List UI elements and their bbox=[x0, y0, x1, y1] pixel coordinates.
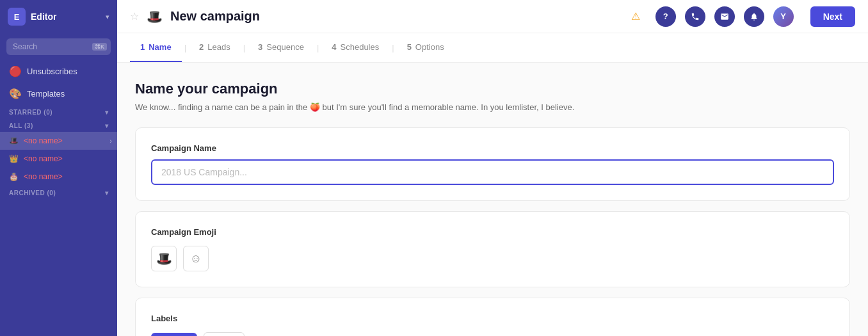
tab-schedules[interactable]: 4 Schedules bbox=[321, 33, 389, 62]
search-wrap: ⌘K bbox=[6, 38, 111, 55]
subtitle-text: We know... finding a name can be a pain … bbox=[135, 102, 310, 112]
unsubscribes-icon: 🔴 bbox=[9, 65, 22, 77]
chevron-down-icon: ▾ bbox=[105, 122, 109, 129]
create-button[interactable]: Create bbox=[151, 333, 197, 336]
campaign-name-1: <no name> bbox=[24, 136, 63, 145]
tab-label-schedules: Schedules bbox=[341, 42, 380, 52]
emoji-picker-button[interactable]: ☺ bbox=[183, 246, 209, 271]
smiley-icon: ☺ bbox=[190, 252, 202, 266]
campaign-emoji-3: 🎂 bbox=[9, 172, 19, 181]
tab-sequence[interactable]: 3 Sequence bbox=[248, 33, 314, 62]
tab-step-2: 2 bbox=[199, 42, 204, 52]
campaign-name-label: Campaign Name bbox=[151, 143, 834, 153]
bell-icon[interactable] bbox=[744, 6, 764, 27]
sidebar: E Editor ▾ ⌘K 🔴 Unsubscribes 🎨 Templates… bbox=[0, 0, 117, 336]
emoji-display[interactable]: 🎩 bbox=[151, 246, 177, 271]
campaign-name-card: Campaign Name bbox=[135, 127, 850, 201]
star-icon[interactable]: ☆ bbox=[130, 10, 139, 22]
main-content: ☆ 🎩 New campaign ⚠ ? Y Next 1 Name | bbox=[117, 0, 868, 336]
chevron-right-icon: › bbox=[109, 137, 112, 145]
section-starred[interactable]: STARRED (0) ▾ bbox=[0, 105, 117, 118]
page-title: Name your campaign bbox=[135, 81, 850, 97]
emoji-controls: 🎩 ☺ bbox=[151, 246, 834, 271]
sidebar-header: E Editor ▾ bbox=[0, 0, 117, 33]
tab-label-leads: Leads bbox=[207, 42, 230, 52]
campaign-emoji-display: 🎩 bbox=[147, 9, 163, 24]
tab-sep-2: | bbox=[243, 43, 245, 52]
tab-label-options: Options bbox=[415, 42, 444, 52]
tab-label-sequence: Sequence bbox=[266, 42, 304, 52]
section-all[interactable]: ALL (3) ▾ bbox=[0, 118, 117, 132]
next-button[interactable]: Next bbox=[810, 6, 855, 27]
chevron-down-icon: ▾ bbox=[105, 189, 109, 196]
tab-name[interactable]: 1 Name bbox=[130, 33, 182, 62]
campaign-item-3[interactable]: 🎂 <no name> bbox=[0, 168, 117, 186]
tab-options[interactable]: 5 Options bbox=[397, 33, 454, 62]
tab-leads[interactable]: 2 Leads bbox=[189, 33, 241, 62]
campaign-emoji-1: 🎩 bbox=[9, 136, 19, 145]
help-icon[interactable]: ? bbox=[655, 6, 676, 27]
add-button[interactable]: Add ▾ bbox=[204, 332, 244, 336]
labels-label: Labels bbox=[151, 314, 834, 323]
tab-sep-4: | bbox=[392, 43, 394, 52]
campaign-emoji-2: 👑 bbox=[9, 154, 19, 163]
tabs-bar: 1 Name | 2 Leads | 3 Sequence | 4 Schedu… bbox=[117, 33, 868, 63]
phone-icon[interactable] bbox=[685, 6, 705, 27]
logo-icon: E bbox=[8, 8, 26, 26]
labels-card: Labels Create Add ▾ bbox=[135, 298, 850, 336]
tab-step-3: 3 bbox=[258, 42, 262, 52]
sidebar-item-templates[interactable]: 🎨 Templates bbox=[0, 83, 117, 105]
sidebar-item-unsubscribes[interactable]: 🔴 Unsubscribes bbox=[0, 60, 117, 83]
content-area: Name your campaign We know... finding a … bbox=[117, 63, 868, 336]
avatar-initial: Y bbox=[780, 12, 786, 21]
tab-sep-3: | bbox=[317, 43, 319, 52]
content-subtitle: We know... finding a name can be a pain … bbox=[135, 102, 850, 112]
search-kbd: ⌘K bbox=[92, 43, 107, 51]
campaign-title: New campaign bbox=[170, 9, 260, 24]
campaign-item-1[interactable]: 🎩 <no name> › bbox=[0, 132, 117, 150]
chevron-down-icon: ▾ bbox=[105, 109, 109, 116]
sidebar-item-label: Templates bbox=[27, 89, 65, 99]
topbar-icons: ? Y bbox=[655, 6, 794, 27]
avatar[interactable]: Y bbox=[773, 6, 794, 27]
editor-label: Editor bbox=[31, 12, 56, 22]
campaign-emoji-card: Campaign Emoji 🎩 ☺ bbox=[135, 211, 850, 287]
labels-controls: Create Add ▾ bbox=[151, 332, 834, 336]
mail-icon[interactable] bbox=[714, 6, 735, 27]
subtitle-suffix: but I'm sure you'll find a memorable nam… bbox=[323, 102, 575, 112]
campaign-item-2[interactable]: 👑 <no name> bbox=[0, 150, 117, 168]
tab-step-5: 5 bbox=[407, 42, 412, 52]
chevron-down-icon[interactable]: ▾ bbox=[106, 13, 109, 21]
templates-icon: 🎨 bbox=[9, 88, 22, 100]
campaign-emoji-label: Campaign Emoji bbox=[151, 227, 834, 237]
campaign-name-3: <no name> bbox=[24, 172, 63, 181]
topbar: ☆ 🎩 New campaign ⚠ ? Y Next bbox=[117, 0, 868, 33]
tab-sep-1: | bbox=[184, 43, 186, 52]
tab-step-1: 1 bbox=[140, 42, 145, 52]
campaign-name-input[interactable] bbox=[151, 159, 834, 185]
tab-step-4: 4 bbox=[332, 42, 336, 52]
section-archived[interactable]: ARCHIVED (0) ▾ bbox=[0, 186, 117, 199]
campaign-name-2: <no name> bbox=[24, 154, 63, 163]
tab-label-name: Name bbox=[149, 42, 171, 52]
subtitle-emoji: 🍑 bbox=[310, 102, 320, 112]
sidebar-item-label: Unsubscribes bbox=[27, 67, 77, 76]
warning-icon: ⚠ bbox=[631, 10, 640, 22]
